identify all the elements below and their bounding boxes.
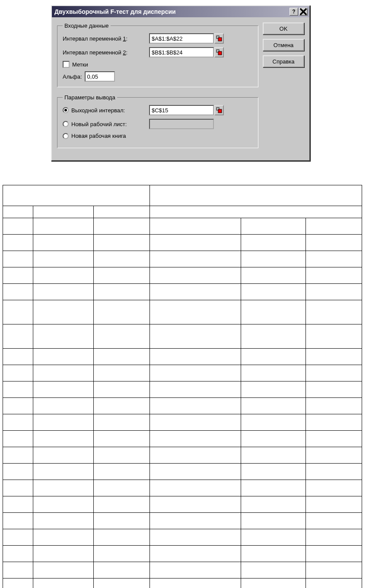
ok-button[interactable]: OK (263, 22, 304, 35)
var2-row: Интервал переменной 2: (63, 47, 253, 57)
radio-output-range-row: Выходной интервал: (63, 105, 253, 115)
table-row (3, 513, 362, 529)
var1-range-picker[interactable] (214, 33, 224, 44)
table-row (3, 185, 362, 206)
var1-row: Интервал переменной 1: (63, 33, 253, 44)
var2-range-input[interactable] (149, 47, 214, 57)
table-row (3, 464, 362, 480)
f-test-dialog: Двухвыборочный F-тест для дисперсии ? Вх… (51, 5, 310, 161)
table-row (3, 267, 362, 284)
table-row (3, 578, 362, 588)
dialog-button-column: OK Отмена Справка (263, 22, 304, 67)
output-range-input[interactable] (149, 105, 214, 115)
table-row (3, 324, 362, 349)
radio-new-book-label: Новая рабочая книга (71, 133, 149, 139)
table-row (3, 349, 362, 365)
alpha-label: Альфа: (63, 73, 82, 80)
output-table (3, 185, 362, 588)
var2-label: Интервал переменной 2: (63, 49, 149, 56)
radio-output-range-label: Выходной интервал: (71, 107, 149, 114)
alpha-row: Альфа: (63, 71, 253, 82)
table-row (3, 546, 362, 562)
range-picker-icon (216, 35, 222, 41)
table-row (3, 235, 362, 251)
dialog-title: Двухвыборочный F-тест для дисперсии (54, 8, 289, 15)
table-row (3, 496, 362, 513)
input-data-legend: Входные данные (63, 22, 111, 29)
radio-new-book-row: Новая рабочая книга (63, 133, 253, 139)
radio-new-sheet-row: Новый рабочий лист: (63, 119, 253, 129)
var1-range-input[interactable] (149, 33, 214, 44)
titlebar[interactable]: Двухвыборочный F-тест для дисперсии ? (52, 6, 309, 17)
table-row (3, 398, 362, 414)
svg-rect-5 (218, 109, 222, 113)
range-picker-icon (216, 49, 222, 55)
table-row (3, 218, 362, 235)
svg-rect-1 (218, 38, 222, 41)
new-sheet-input[interactable] (149, 119, 214, 129)
var1-label: Интервал переменной 1: (63, 35, 149, 42)
table-row (3, 284, 362, 300)
radio-new-sheet[interactable] (63, 121, 69, 127)
range-picker-icon (216, 107, 222, 113)
table-row (3, 251, 362, 267)
radio-new-sheet-label: Новый рабочий лист: (71, 121, 149, 127)
input-data-group: Входные данные Интервал переменной 1: Ин… (57, 22, 258, 87)
alpha-input[interactable] (85, 71, 115, 82)
close-title-button[interactable] (299, 8, 308, 16)
dialog-body: Входные данные Интервал переменной 1: Ин… (52, 17, 309, 160)
labels-checkbox-row: Метки (63, 61, 253, 68)
help-title-button[interactable]: ? (290, 8, 298, 16)
table-row (3, 529, 362, 546)
output-params-group: Параметры вывода Выходной интервал: Новы… (57, 94, 258, 148)
table-row (3, 381, 362, 398)
svg-rect-3 (218, 51, 222, 55)
table-row (3, 414, 362, 431)
table-row (3, 365, 362, 381)
close-icon (299, 8, 307, 16)
radio-output-range[interactable] (63, 107, 69, 113)
labels-checkbox[interactable] (63, 61, 70, 68)
radio-new-book[interactable] (63, 133, 69, 139)
table-row (3, 447, 362, 464)
table-row (3, 206, 362, 218)
table-row (3, 300, 362, 324)
table-row (3, 431, 362, 447)
table-row (3, 480, 362, 496)
table-row (3, 562, 362, 578)
output-range-picker[interactable] (214, 105, 224, 115)
help-button[interactable]: Справка (263, 55, 304, 67)
labels-checkbox-label: Метки (72, 61, 88, 68)
cancel-button[interactable]: Отмена (263, 39, 304, 51)
output-params-legend: Параметры вывода (63, 94, 117, 101)
dialog-left-column: Входные данные Интервал переменной 1: Ин… (57, 22, 258, 155)
var2-range-picker[interactable] (214, 47, 224, 57)
